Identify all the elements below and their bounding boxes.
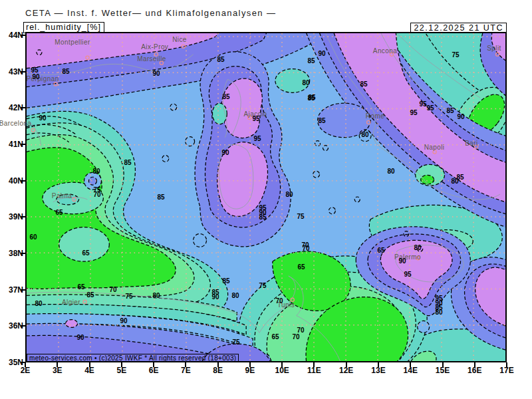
lat-tick-mark [21,180,25,182]
contour-label: 85 [217,57,224,63]
lon-tick-label: 7E [174,366,197,374]
copyright-note: meteo-services.com • (c)2025 IWKF * All … [27,354,239,362]
contour-label: 85 [259,214,266,221]
contour-label: 90 [76,334,84,341]
lon-tick-label: 10E [271,366,293,374]
city-label: Aix-Prov. [141,44,170,51]
lon-tick-label: 13E [367,366,390,374]
contour-label: 75 [259,283,266,289]
contour-label: 95 [410,110,417,116]
lon-tick-mark [378,362,379,367]
contour-label: 85 [124,160,131,166]
lon-tick-mark [121,362,122,367]
contour-label: 85 [307,95,315,102]
contour-label: 85 [446,108,454,114]
city-label: Napoli [424,144,445,151]
lon-tick-label: 4E [78,366,101,374]
city-label: Nice [172,37,187,43]
lon-tick-mark [474,362,475,367]
contour-label: 70 [292,334,299,340]
contour-label: 60 [29,234,37,241]
city-label: Split [487,45,501,52]
contour-label: 85 [307,58,315,65]
contour-label: 85 [86,292,94,299]
city-label: Bari [465,140,477,147]
lon-tick-label: 8E [207,366,229,374]
contour-label: 85 [360,81,367,88]
contour-label: 95 [252,116,259,122]
contour-label: 80 [451,178,458,185]
contour-label: 70 [93,192,100,198]
contour-label: 65 [55,209,63,216]
contour-label: 90 [32,74,39,80]
contour-label: 80 [414,245,421,251]
lon-tick-mark [313,362,315,367]
lon-tick-label: 16E [464,366,486,374]
contour-label: 80 [92,168,100,175]
lon-tick-mark [249,362,251,367]
lat-tick-mark [21,325,25,327]
lon-tick-mark [57,362,58,367]
contour-label: 70 [275,298,283,305]
contour-label: 90 [221,150,229,156]
lon-tick-mark [346,362,347,367]
contour-label: 80 [152,293,160,299]
contour-label: 85 [157,194,164,201]
lon-tick-mark [25,362,26,367]
contour-label: 90 [39,115,46,122]
contour-label: 85 [222,94,229,100]
lon-tick-mark [153,362,154,367]
contour-label: 95 [253,136,261,142]
contour-label: 65 [271,334,279,340]
city-label: Palma [52,193,72,200]
lon-tick-mark [442,362,444,367]
contour-label: 80 [387,168,394,175]
contour-label: 80 [435,309,442,316]
contour-label: 95 [419,101,426,108]
lon-tick-label: 6E [142,366,165,374]
lon-tick-mark [89,362,90,367]
contour-label: 70 [302,245,309,252]
lon-tick-label: 14E [399,366,422,374]
contour-label: 75 [232,339,239,346]
contour-label: 80 [302,80,309,86]
contour-label: 90 [318,51,325,57]
contour-label: 75 [125,293,132,300]
lat-tick-mark [21,289,25,291]
contour-label: 90 [120,318,127,325]
lon-tick-label: 9E [239,366,261,374]
contour-label: 65 [377,247,384,254]
map-labels-layer: 9590859090858585958595909085808585959595… [27,33,505,361]
contour-label: 70 [109,287,116,293]
lat-tick-mark [21,144,25,145]
lon-tick-mark [506,362,507,367]
lon-tick-mark [410,362,411,367]
lat-tick-mark [21,35,25,36]
lat-tick-mark [21,216,25,217]
contour-label: 75 [452,52,459,59]
lat-tick-mark [21,71,25,72]
city-label: Rome [366,113,384,120]
map-canvas: 9590859090858585958595909085808585959595… [25,32,507,362]
lon-tick-mark [217,362,219,367]
contour-label: 90 [457,114,464,120]
contour-label: 90 [211,294,219,301]
weather-map-page: CETA — Inst. f. Wetter— und Klimafolgena… [0,0,532,399]
contour-label: 80 [35,301,42,307]
lon-tick-label: 15E [432,366,454,374]
contour-label: 95 [426,105,434,112]
contour-label: 80 [231,293,239,299]
contour-label: 95 [404,271,411,278]
contour-label: 80 [285,192,293,198]
city-label: Ancona [373,48,397,55]
contour-label: 65 [82,250,89,257]
city-label: Perpignan [26,76,59,82]
city-label: Marseille [137,56,166,63]
lon-tick-label: 5E [110,366,133,374]
contour-label: 85 [318,118,325,124]
contour-label: 90 [152,70,160,77]
page-title: CETA — Inst. f. Wetter— und Klimafolgena… [25,8,276,18]
lon-tick-label: 2E [14,366,37,374]
lon-tick-label: 17E [495,366,518,374]
lon-tick-label: 11E [303,366,325,374]
